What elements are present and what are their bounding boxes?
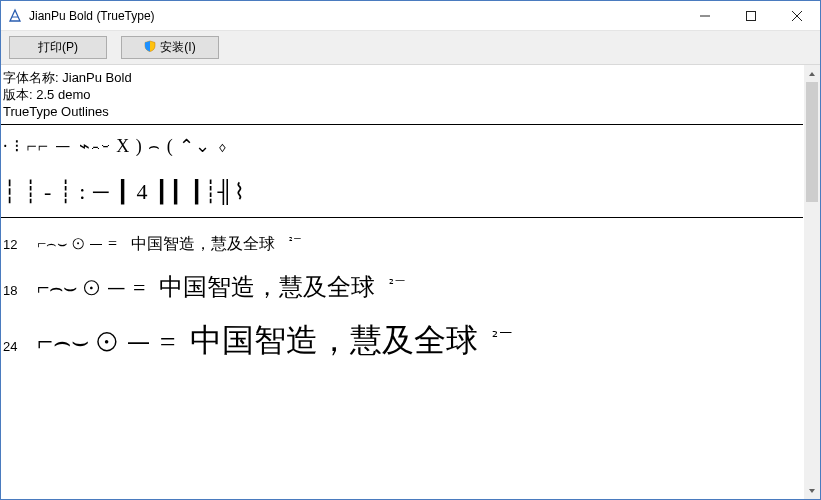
sample-row-12: 12 ⌐⌢⌣ ⊙ ⸺ = 中国智造，慧及全球 ₂⸺ [1, 218, 803, 255]
scroll-up-arrow-icon[interactable] [804, 65, 820, 82]
minimize-button[interactable] [682, 1, 728, 31]
shield-icon [144, 40, 156, 55]
sample-row-18: 18 ⌐⌢⌣ ⊙ ⸺ = 中国智造，慧及全球 ₂⸺ [1, 255, 803, 303]
sample-size-label: 18 [3, 283, 23, 298]
glyph-row-1: · ⁝ ⌐⌐ ⸺ ⌁⌢⌣ X ) ⌢ ( ⌃⌄ ⬨ [3, 135, 229, 157]
preview-pane: 字体名称: JianPu Bold 版本: 2.5 demo TrueType … [1, 65, 803, 499]
font-name-value: JianPu Bold [62, 70, 131, 85]
sample-sup: ₂⸺ [389, 275, 406, 301]
outlines-value: TrueType Outlines [3, 103, 801, 120]
sample-text: 中国智造，慧及全球 [190, 319, 478, 363]
window-title: JianPu Bold (TrueType) [29, 9, 155, 23]
sample-row-24: 24 ⌐⌢⌣ ⊙ ⸺ = 中国智造，慧及全球 ₂⸺ [1, 303, 803, 363]
sample-sup: ₂⸺ [289, 235, 302, 253]
maximize-button[interactable] [728, 1, 774, 31]
sample-size-label: 12 [3, 237, 23, 252]
install-button[interactable]: 安装(I) [121, 36, 219, 59]
scroll-down-arrow-icon[interactable] [804, 482, 820, 499]
glyph-preview-block: · ⁝ ⌐⌐ ⸺ ⌁⌢⌣ X ) ⌢ ( ⌃⌄ ⬨ ┆ ┊ - ┊ : ─ ┃ … [1, 125, 803, 218]
close-button[interactable] [774, 1, 820, 31]
font-metadata: 字体名称: JianPu Bold 版本: 2.5 demo TrueType … [1, 67, 803, 120]
svg-rect-2 [747, 11, 756, 20]
scrollbar-track[interactable] [804, 82, 820, 482]
install-button-label: 安装(I) [160, 39, 195, 56]
glyph-row-2: ┆ ┊ - ┊ : ─ ┃ 4 ┃┃ ┃┊╢⌇ [3, 179, 246, 205]
scrollbar-thumb[interactable] [806, 82, 818, 202]
title-bar: JianPu Bold (TrueType) [1, 1, 820, 31]
print-button-label: 打印(P) [38, 39, 78, 56]
font-name-label: 字体名称: [3, 70, 59, 85]
app-icon [7, 8, 23, 24]
sample-symbols: ⌐⌢⌣ ⊙ ⸺ = [37, 235, 117, 253]
sample-symbols: ⌐⌢⌣ ⊙ ⸺ = [37, 325, 176, 359]
version-value: 2.5 demo [36, 87, 90, 102]
print-button[interactable]: 打印(P) [9, 36, 107, 59]
vertical-scrollbar[interactable] [803, 65, 820, 499]
sample-text: 中国智造，慧及全球 [159, 271, 375, 303]
sample-sup: ₂⸺ [492, 326, 513, 358]
sample-symbols: ⌐⌢⌣ ⊙ ⸺ = [37, 275, 145, 301]
sample-text: 中国智造，慧及全球 [131, 234, 275, 255]
toolbar: 打印(P) 安装(I) [1, 31, 820, 65]
version-label: 版本: [3, 87, 33, 102]
sample-size-label: 24 [3, 339, 23, 354]
